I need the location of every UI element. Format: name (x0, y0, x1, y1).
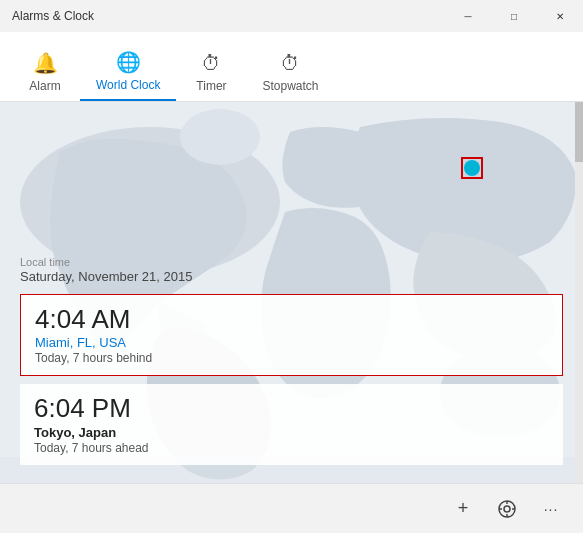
tab-timer[interactable]: ⏱ Timer (176, 41, 246, 101)
location-dot (464, 160, 480, 176)
svg-point-6 (504, 506, 510, 512)
svg-point-2 (180, 109, 260, 165)
nav-tabs: 🔔 Alarm 🌐 World Clock ⏱ Timer ⏱ Stopwatc… (0, 32, 583, 102)
city-card-miami[interactable]: 4:04 AM Miami, FL, USA Today, 7 hours be… (20, 294, 563, 377)
scrollbar-thumb[interactable] (575, 102, 583, 162)
edit-button[interactable] (487, 489, 527, 529)
tab-alarm-label: Alarm (29, 79, 60, 93)
tab-worldclock-label: World Clock (96, 78, 160, 92)
app-title: Alarms & Clock (12, 9, 94, 23)
local-time-label: Local time (20, 256, 563, 268)
miami-time: 4:04 AM (35, 305, 548, 334)
bottom-bar: + ··· (0, 483, 583, 533)
tab-worldclock[interactable]: 🌐 World Clock (80, 41, 176, 101)
local-date: Saturday, November 21, 2015 (20, 269, 563, 284)
window-controls: ─ □ ✕ (445, 0, 583, 32)
maximize-button[interactable]: □ (491, 0, 537, 32)
info-panel: Local time Saturday, November 21, 2015 4… (0, 244, 583, 483)
edit-icon (497, 499, 517, 519)
add-button[interactable]: + (443, 489, 483, 529)
tab-alarm[interactable]: 🔔 Alarm (10, 41, 80, 101)
minimize-button[interactable]: ─ (445, 0, 491, 32)
close-button[interactable]: ✕ (537, 0, 583, 32)
location-marker (461, 157, 483, 179)
tab-stopwatch-label: Stopwatch (262, 79, 318, 93)
tab-timer-label: Timer (196, 79, 226, 93)
city-card-tokyo[interactable]: 6:04 PM Tokyo, Japan Today, 7 hours ahea… (20, 384, 563, 465)
stopwatch-icon: ⏱ (280, 52, 300, 75)
main-content: Local time Saturday, November 21, 2015 4… (0, 102, 583, 483)
more-button[interactable]: ··· (531, 489, 571, 529)
timer-icon: ⏱ (201, 52, 221, 75)
tokyo-offset: Today, 7 hours ahead (34, 441, 549, 455)
miami-name: Miami, FL, USA (35, 335, 548, 350)
alarm-icon: 🔔 (33, 51, 58, 75)
miami-offset: Today, 7 hours behind (35, 351, 548, 365)
worldclock-icon: 🌐 (116, 50, 141, 74)
tokyo-time: 6:04 PM (34, 394, 549, 423)
tab-stopwatch[interactable]: ⏱ Stopwatch (246, 41, 334, 101)
title-bar: Alarms & Clock ─ □ ✕ (0, 0, 583, 32)
tokyo-name: Tokyo, Japan (34, 425, 549, 440)
